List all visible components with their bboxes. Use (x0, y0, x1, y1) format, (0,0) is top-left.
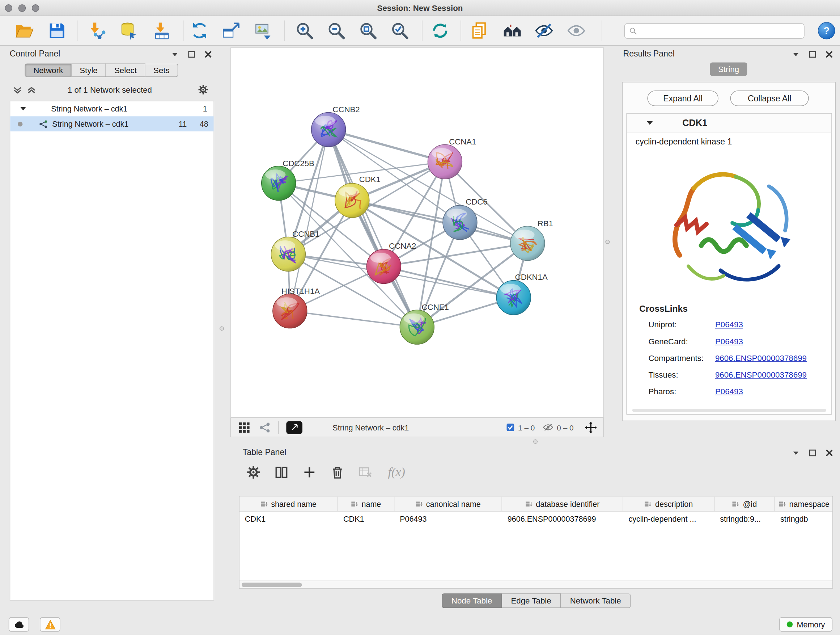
network-edge[interactable] (328, 130, 417, 327)
import-network-file-icon[interactable] (88, 21, 108, 41)
tab-edge-table[interactable]: Edge Table (502, 593, 561, 608)
network-edge[interactable] (328, 130, 445, 162)
network-node-cdc6[interactable] (443, 205, 477, 240)
new-network-icon[interactable] (190, 21, 210, 41)
tab-network-table[interactable]: Network Table (561, 593, 630, 608)
crosslink-value-link[interactable]: 9606.ENSP00000378699 (715, 353, 807, 363)
column-header--id[interactable]: @id (714, 496, 775, 511)
network-node-cdkn1a[interactable] (496, 280, 531, 315)
node-label: CDC6 (466, 197, 488, 206)
table-row[interactable]: CDK1CDK1P064939606.ENSP00000378699cyclin… (240, 511, 832, 526)
tab-network[interactable]: Network (25, 64, 71, 77)
network-graph[interactable]: CCNB2CCNA1CDC25BCDK1CDC6RB1CCNB1CCNA2CDK… (231, 48, 603, 417)
network-collection-row[interactable]: String Network – cdk1 1 (10, 101, 213, 117)
hidden-eye-slash-icon[interactable] (543, 423, 553, 431)
toolbar-separator (284, 21, 284, 41)
zoom-fit-icon[interactable] (358, 21, 378, 41)
panel-float-icon[interactable] (809, 51, 816, 58)
panel-close-icon[interactable] (826, 51, 833, 58)
window-title: Session: New Session (0, 3, 840, 12)
hide-selected-eye-slash-icon[interactable] (534, 21, 554, 41)
column-header-shared-name[interactable]: shared name (240, 496, 338, 511)
crosslink-value-link[interactable]: P06493 (715, 386, 743, 396)
tab-node-table[interactable]: Node Table (442, 593, 502, 608)
section-expander-icon[interactable] (646, 120, 653, 126)
network-node-ccna2[interactable] (366, 249, 401, 284)
crosslink-value-link[interactable]: 9606.ENSP00000378699 (715, 370, 807, 379)
memory-button[interactable]: Memory (779, 617, 832, 632)
save-session-icon[interactable] (47, 21, 67, 41)
add-column-plus-icon[interactable] (302, 465, 317, 480)
network-view-canvas[interactable]: CCNB2CCNA1CDC25BCDK1CDC6RB1CCNB1CCNA2CDK… (231, 48, 604, 417)
table-settings-gear-icon[interactable] (246, 465, 261, 480)
column-header-namespace[interactable]: namespace (775, 496, 833, 511)
import-network-database-icon[interactable] (119, 21, 139, 41)
network-node-ccnb1[interactable] (271, 237, 305, 271)
panel-close-icon[interactable] (204, 51, 212, 58)
network-edge[interactable] (352, 201, 527, 244)
tab-style[interactable]: Style (72, 64, 106, 77)
pan-move-icon[interactable] (585, 421, 597, 433)
network-node-cdk1[interactable] (335, 183, 369, 218)
network-node-ccna1[interactable] (428, 144, 462, 179)
column-header-description[interactable]: description (623, 496, 715, 511)
crosslink-value-link[interactable]: P06493 (715, 337, 743, 346)
scrollbar-thumb[interactable] (242, 583, 302, 587)
help-button[interactable]: ? (818, 22, 835, 40)
export-image-icon[interactable] (254, 21, 273, 41)
tab-string[interactable]: String (710, 63, 747, 76)
right-splitter-handle[interactable] (605, 240, 609, 244)
table-cell: stringdb:9... (714, 511, 775, 526)
apply-layout-houses-icon[interactable] (502, 21, 522, 41)
panel-collapse-icon[interactable] (792, 449, 800, 457)
tab-select[interactable]: Select (106, 64, 145, 77)
column-header-canonical-name[interactable]: canonical name (394, 496, 502, 511)
show-all-eye-icon[interactable] (567, 21, 586, 41)
open-session-icon[interactable] (14, 21, 34, 41)
table-horizontal-scrollbar[interactable] (240, 581, 832, 588)
cloud-sync-button[interactable] (9, 617, 29, 632)
import-table-icon[interactable] (152, 21, 172, 41)
birdseye-view-button[interactable] (286, 421, 302, 434)
collapse-all-button[interactable]: Collapse All (730, 90, 809, 106)
zoom-in-icon[interactable] (295, 21, 314, 41)
new-network-from-selection-icon[interactable] (222, 21, 241, 41)
search-input[interactable] (640, 27, 799, 35)
grid-view-icon[interactable] (238, 421, 250, 433)
copy-document-icon[interactable] (470, 21, 489, 41)
results-scrollbar[interactable] (632, 409, 826, 412)
network-node-ccne1[interactable] (400, 310, 434, 344)
node-table[interactable]: shared namenamecanonical namedatabase id… (239, 496, 833, 589)
panel-float-icon[interactable] (188, 51, 195, 58)
panel-float-icon[interactable] (809, 449, 816, 457)
network-row[interactable]: String Network – cdk1 11 48 (10, 116, 213, 131)
network-edge[interactable] (290, 311, 417, 327)
panel-close-icon[interactable] (826, 449, 833, 457)
column-header-database-identifier[interactable]: database identifier (502, 496, 623, 511)
protein-section-header[interactable]: CDK1 (627, 114, 831, 133)
zoom-out-icon[interactable] (327, 21, 346, 41)
refresh-view-icon[interactable] (431, 21, 450, 41)
network-node-rb1[interactable] (510, 226, 545, 261)
panel-collapse-icon[interactable] (171, 51, 179, 58)
tab-sets[interactable]: Sets (145, 64, 178, 77)
expand-all-button[interactable]: Expand All (647, 90, 718, 106)
network-view-icon[interactable] (259, 421, 271, 433)
panel-collapse-icon[interactable] (792, 51, 800, 58)
network-options-gear-icon[interactable] (197, 84, 209, 95)
column-header-name[interactable]: name (338, 496, 394, 511)
network-node-cdc25b[interactable] (262, 166, 296, 201)
network-node-ccnb2[interactable] (311, 112, 346, 147)
search-box[interactable] (624, 23, 805, 39)
left-splitter-handle[interactable] (219, 326, 224, 331)
collection-expander-icon[interactable] (20, 106, 27, 111)
delete-column-trash-icon[interactable] (330, 465, 345, 480)
crosslink-value-link[interactable]: P06493 (715, 320, 743, 329)
network-node-hist1h1a[interactable] (273, 294, 307, 328)
selected-checkbox-icon[interactable] (506, 423, 514, 431)
horizontal-splitter-handle[interactable] (533, 440, 538, 444)
zoom-selected-icon[interactable] (390, 21, 409, 41)
network-edge[interactable] (290, 130, 328, 311)
show-columns-icon[interactable] (274, 465, 289, 480)
warnings-button[interactable] (40, 617, 60, 632)
